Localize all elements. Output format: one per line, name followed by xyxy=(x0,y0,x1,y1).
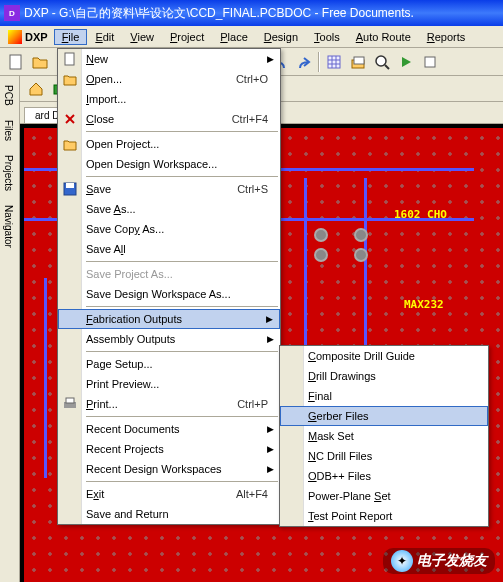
submenu-arrow-icon: ▶ xyxy=(267,444,274,454)
tool-layer[interactable] xyxy=(347,51,369,73)
app-icon: D xyxy=(4,5,20,21)
tool-zoom[interactable] xyxy=(371,51,393,73)
menu-item-label: Open... xyxy=(86,73,122,85)
menu-separator xyxy=(86,261,278,262)
menu-place[interactable]: Place xyxy=(212,29,256,45)
pcb-trace xyxy=(44,278,47,478)
submenu-arrow-icon: ▶ xyxy=(267,334,274,344)
menu-item-open[interactable]: Open...Ctrl+O xyxy=(58,69,280,89)
menu-design[interactable]: Design xyxy=(256,29,306,45)
menu-item-label: Final xyxy=(308,390,332,402)
menu-item-drill-drawings[interactable]: Drill Drawings xyxy=(280,366,488,386)
tool-redo[interactable] xyxy=(293,51,315,73)
menu-item-label: Power-Plane Set xyxy=(308,490,391,502)
dxp-icon xyxy=(8,30,22,44)
menu-separator xyxy=(86,176,278,177)
tool-proj-home[interactable] xyxy=(25,78,47,100)
menu-item-label: Import... xyxy=(86,93,126,105)
menu-item-save-project-as[interactable]: Save Project As... xyxy=(58,264,280,284)
menu-item-exit[interactable]: ExitAlt+F4 xyxy=(58,484,280,504)
menu-item-power-plane-set[interactable]: Power-Plane Set xyxy=(280,486,488,506)
save-icon xyxy=(62,181,78,197)
menu-item-save[interactable]: SaveCtrl+S xyxy=(58,179,280,199)
menu-file[interactable]: File xyxy=(54,29,88,45)
menu-view[interactable]: View xyxy=(122,29,162,45)
menu-item-page-setup[interactable]: Page Setup... xyxy=(58,354,280,374)
menu-item-mask-set[interactable]: Mask Set xyxy=(280,426,488,446)
menu-item-label: Print... xyxy=(86,398,118,410)
menu-project[interactable]: Project xyxy=(162,29,212,45)
menu-item-odb-files[interactable]: ODB++ Files xyxy=(280,466,488,486)
tool-new[interactable] xyxy=(5,51,27,73)
svg-rect-27 xyxy=(66,183,74,188)
menu-shortcut: Ctrl+F4 xyxy=(232,113,276,125)
open-icon xyxy=(62,136,78,152)
pcb-label: MAX232 xyxy=(404,298,444,311)
left-sidebar: PCB Files Projects Navigator xyxy=(0,76,20,582)
pcb-pad xyxy=(314,228,328,242)
tool-open[interactable] xyxy=(29,51,51,73)
sidebar-tab-projects[interactable]: Projects xyxy=(0,148,19,198)
menu-item-save-all[interactable]: Save All xyxy=(58,239,280,259)
menu-item-label: Print Preview... xyxy=(86,378,159,390)
pcb-pad xyxy=(354,228,368,242)
menu-item-label: Open Design Workspace... xyxy=(86,158,217,170)
menu-item-label: Composite Drill Guide xyxy=(308,350,415,362)
menu-item-final[interactable]: Final xyxy=(280,386,488,406)
pcb-pad xyxy=(354,248,368,262)
menu-item-label: Recent Design Workspaces xyxy=(86,463,222,475)
menu-separator xyxy=(86,306,278,307)
menu-item-import[interactable]: Import... xyxy=(58,89,280,109)
menu-item-recent-projects[interactable]: Recent Projects▶ xyxy=(58,439,280,459)
menu-item-save-copy-as[interactable]: Save Copy As... xyxy=(58,219,280,239)
file-menu-dropdown: New▶Open...Ctrl+OImport...CloseCtrl+F4Op… xyxy=(57,48,281,525)
menu-reports[interactable]: Reports xyxy=(419,29,474,45)
menu-item-fabrication-outputs[interactable]: Fabrication Outputs▶ xyxy=(58,309,280,329)
menu-item-open-design-workspace[interactable]: Open Design Workspace... xyxy=(58,154,280,174)
menu-item-label: Close xyxy=(86,113,114,125)
window-titlebar: D DXP - G:\自己的资料\毕设论文\CCD_FINAL.PCBDOC -… xyxy=(0,0,503,26)
tool-grid[interactable] xyxy=(323,51,345,73)
tool-misc[interactable] xyxy=(419,51,441,73)
menu-item-label: Fabrication Outputs xyxy=(86,313,182,325)
watermark-icon: ✦ xyxy=(391,550,413,572)
menu-shortcut: Ctrl+O xyxy=(236,73,276,85)
menu-item-label: Mask Set xyxy=(308,430,354,442)
menu-item-recent-design-workspaces[interactable]: Recent Design Workspaces▶ xyxy=(58,459,280,479)
sidebar-tab-pcb[interactable]: PCB xyxy=(0,78,19,113)
menu-item-test-point-report[interactable]: Test Point Report xyxy=(280,506,488,526)
svg-point-19 xyxy=(376,56,386,66)
menu-item-label: ODB++ Files xyxy=(308,470,371,482)
menu-item-assembly-outputs[interactable]: Assembly Outputs▶ xyxy=(58,329,280,349)
menu-item-save-design-workspace-as[interactable]: Save Design Workspace As... xyxy=(58,284,280,304)
menubar: DXP File Edit View Project Place Design … xyxy=(0,26,503,48)
menu-item-new[interactable]: New▶ xyxy=(58,49,280,69)
toolbar-separator xyxy=(318,52,320,72)
menu-shortcut: Alt+F4 xyxy=(236,488,276,500)
menu-autoroute[interactable]: Auto Route xyxy=(348,29,419,45)
menu-edit[interactable]: Edit xyxy=(87,29,122,45)
menu-separator xyxy=(86,131,278,132)
dxp-menu[interactable]: DXP xyxy=(2,28,54,46)
menu-item-composite-drill-guide[interactable]: Composite Drill Guide xyxy=(280,346,488,366)
menu-item-label: Save Design Workspace As... xyxy=(86,288,231,300)
menu-item-open-project[interactable]: Open Project... xyxy=(58,134,280,154)
menu-item-gerber-files[interactable]: Gerber Files xyxy=(280,406,488,426)
sidebar-tab-files[interactable]: Files xyxy=(0,113,19,148)
sidebar-tab-navigator[interactable]: Navigator xyxy=(0,198,19,255)
tool-play[interactable] xyxy=(395,51,417,73)
menu-item-recent-documents[interactable]: Recent Documents▶ xyxy=(58,419,280,439)
menu-item-label: Drill Drawings xyxy=(308,370,376,382)
menu-item-label: Save All xyxy=(86,243,126,255)
menu-item-nc-drill-files[interactable]: NC Drill Files xyxy=(280,446,488,466)
window-title: DXP - G:\自己的资料\毕设论文\CCD_FINAL.PCBDOC - F… xyxy=(24,5,414,22)
menu-item-close[interactable]: CloseCtrl+F4 xyxy=(58,109,280,129)
menu-item-label: Save As... xyxy=(86,203,136,215)
menu-item-save-as[interactable]: Save As... xyxy=(58,199,280,219)
menu-item-print-preview[interactable]: Print Preview... xyxy=(58,374,280,394)
menu-item-save-and-return[interactable]: Save and Return xyxy=(58,504,280,524)
submenu-arrow-icon: ▶ xyxy=(267,464,274,474)
menu-item-label: Save xyxy=(86,183,111,195)
menu-item-print[interactable]: Print...Ctrl+P xyxy=(58,394,280,414)
menu-tools[interactable]: Tools xyxy=(306,29,348,45)
